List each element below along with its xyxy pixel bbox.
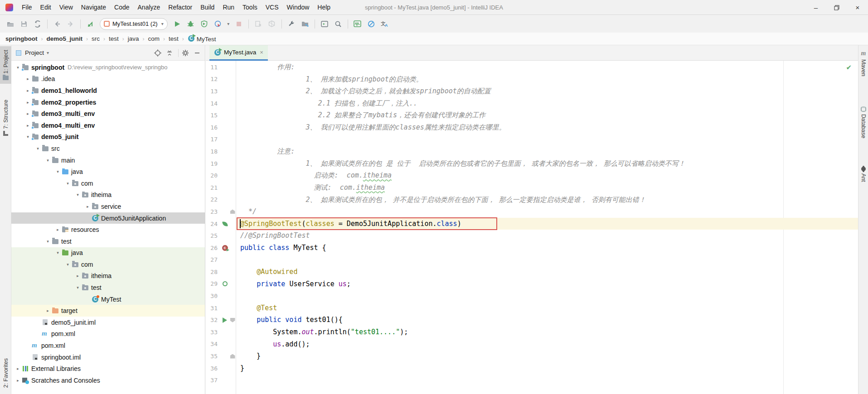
code-line-11[interactable]: 11 作用: <box>206 61 858 73</box>
menu-tools[interactable]: Tools <box>238 0 262 15</box>
profiler-icon[interactable] <box>212 18 224 30</box>
code-line-29[interactable]: 29 private UserService us; <box>206 278 858 290</box>
tree-item-demo5_junit.iml[interactable]: demo5_junit.iml <box>11 317 205 328</box>
search-everywhere-icon[interactable] <box>332 18 344 30</box>
code-line-27[interactable]: 27 <box>206 254 858 266</box>
code-line-15[interactable]: 15 2.2 如果整合了mybatis，还会有创建代理对象的工作 <box>206 109 858 121</box>
chevron-expanded-icon[interactable]: ▾ <box>44 239 52 244</box>
bean-gutter-icon[interactable] <box>220 281 229 286</box>
tree-item-service[interactable]: ▸service <box>11 201 205 212</box>
tree-item-springboot.iml[interactable]: springboot.iml <box>11 351 205 363</box>
menu-edit[interactable]: Edit <box>36 0 55 15</box>
menu-vcs[interactable]: VCS <box>262 0 283 15</box>
tab-mytest-java[interactable]: C MyTest.java × <box>209 45 268 61</box>
tree-item-demo5_junit[interactable]: ▾demo5_junit <box>11 131 205 143</box>
code-line-37[interactable]: 37 <box>206 374 858 386</box>
code-line-25[interactable]: 25//@SpringBootTest <box>206 230 858 242</box>
code-line-35[interactable]: 35 } <box>206 350 858 362</box>
tree-item-itheima[interactable]: ▾itheima <box>11 189 205 201</box>
chevron-expanded-icon[interactable]: ▾ <box>54 250 62 255</box>
chevron-collapsed-icon[interactable]: ▸ <box>24 100 32 105</box>
play-gutter-icon[interactable] <box>220 317 229 323</box>
code-line-18[interactable]: 18 注意: <box>206 145 858 158</box>
minimize-icon[interactable]: – <box>805 0 826 15</box>
tool-button-ant[interactable]: Ant <box>858 167 868 182</box>
code-line-28[interactable]: 28 @Autowired <box>206 266 858 278</box>
runclass-gutter-icon[interactable]: c <box>220 245 229 251</box>
code-line-19[interactable]: 19 1、 如果测试类所在的包 是 位于 启动类所在的包或者它的子包里面， 或者… <box>206 158 858 170</box>
chevron-down-icon[interactable]: ▾ <box>47 50 49 55</box>
stop-icon[interactable] <box>233 18 245 30</box>
tool-button-database[interactable]: Database <box>858 106 868 139</box>
chevron-collapsed-icon[interactable]: ▸ <box>54 227 62 232</box>
wrench-icon[interactable] <box>286 18 297 30</box>
code-editor[interactable]: 11 作用:12 1、 用来加载springboot的启动类。13 2、 加载这… <box>206 61 858 394</box>
translate-plugin-icon[interactable]: 文A <box>379 18 391 30</box>
code-line-12[interactable]: 12 1、 用来加载springboot的启动类。 <box>206 73 858 86</box>
chevron-expanded-icon[interactable]: ▾ <box>34 146 42 151</box>
tree-item-External Libraries[interactable]: ▸External Libraries <box>11 363 205 375</box>
chevron-expanded-icon[interactable]: ▾ <box>54 169 62 174</box>
menu-refactor[interactable]: Refactor <box>164 0 196 15</box>
code-line-17[interactable]: 17 <box>206 134 858 146</box>
reload-project-icon[interactable] <box>84 18 96 30</box>
breadcrumb-item-com[interactable]: com <box>147 35 161 42</box>
tool-button-structure[interactable]: 7: Structure <box>0 96 11 139</box>
coverage-icon[interactable] <box>199 18 210 30</box>
attach-debugger-icon[interactable] <box>252 18 264 30</box>
code-line-16[interactable]: 16 3、 我们可以使用注解里面的classes属性来指定启动类在哪里。 <box>206 121 858 134</box>
fold-marker-icon[interactable] <box>229 318 236 322</box>
menu-window[interactable]: Window <box>283 0 314 15</box>
code-line-24[interactable]: 24@SpringBootTest(classes = Demo5JunitAp… <box>206 218 858 230</box>
fold-marker-icon[interactable] <box>229 354 236 359</box>
code-line-14[interactable]: 14 2.1 扫描包，创建工厂，注入.. <box>206 97 858 110</box>
tree-item-demo3_multi_env[interactable]: ▸demo3_multi_env <box>11 108 205 120</box>
tree-item-target[interactable]: ▸target <box>11 305 205 317</box>
fold-marker-icon[interactable] <box>229 209 236 214</box>
tree-item-pom.xml[interactable]: mpom.xml <box>11 328 205 340</box>
tool-button-project[interactable]: 1: Project <box>0 46 11 84</box>
debug-icon[interactable] <box>185 18 197 30</box>
chevron-collapsed-icon[interactable]: ▸ <box>24 88 32 93</box>
save-all-icon[interactable] <box>18 18 30 30</box>
code-line-36[interactable]: 36} <box>206 362 858 375</box>
restore-icon[interactable] <box>826 0 847 15</box>
tree-item-test[interactable]: ▾test <box>11 235 205 247</box>
menu-code[interactable]: Code <box>110 0 133 15</box>
run-anything-icon[interactable] <box>319 18 330 30</box>
block-plugin-icon[interactable] <box>365 18 377 30</box>
wave-plugin-icon[interactable] <box>352 18 364 30</box>
chevron-expanded-icon[interactable]: ▾ <box>64 181 72 186</box>
code-line-22[interactable]: 22 2、 如果测试类所在的包， 并不是位于启动类所在包的下面， 那么一定要指定… <box>206 194 858 206</box>
menu-run[interactable]: Run <box>218 0 238 15</box>
tree-item-Scratches and Consoles[interactable]: ▸Scratches and Consoles <box>11 375 205 386</box>
chevron-collapsed-icon[interactable]: ▸ <box>84 204 92 209</box>
tree-item-pom.xml[interactable]: mpom.xml <box>11 340 205 351</box>
menu-help[interactable]: Help <box>313 0 335 15</box>
project-structure-icon[interactable] <box>299 18 311 30</box>
chevron-collapsed-icon[interactable]: ▸ <box>24 77 32 81</box>
tree-item-java[interactable]: ▾java <box>11 247 205 259</box>
menu-analyze[interactable]: Analyze <box>134 0 165 15</box>
forward-icon[interactable] <box>65 18 77 30</box>
code-line-20[interactable]: 20 启动类: com.itheima <box>206 169 858 182</box>
code-line-13[interactable]: 13 2、 加载这个启动类之后，就会触发springboot的自动配置 <box>206 85 858 97</box>
chevron-collapsed-icon[interactable]: ▸ <box>14 378 22 383</box>
attach-profiler-icon[interactable] <box>266 18 278 30</box>
locate-icon[interactable] <box>153 48 163 58</box>
tree-item-test[interactable]: ▾test <box>11 282 205 293</box>
tree-item-java[interactable]: ▾java <box>11 166 205 178</box>
tool-button-favorites[interactable]: 2: Favorites <box>0 355 11 391</box>
profiler-chevron-icon[interactable]: ▾ <box>226 18 231 30</box>
open-icon[interactable] <box>5 18 16 30</box>
tree-item-demo4_multi_env[interactable]: ▸demo4_multi_env <box>11 120 205 131</box>
menu-view[interactable]: View <box>55 0 77 15</box>
tree-item-main[interactable]: ▾main <box>11 154 205 166</box>
collapse-all-icon[interactable] <box>165 48 175 58</box>
tree-item-demo1_helloworld[interactable]: ▸demo1_helloworld <box>11 85 205 96</box>
code-line-26[interactable]: 26cpublic class MyTest { <box>206 242 858 254</box>
tree-item-.idea[interactable]: ▸.idea <box>11 73 205 85</box>
menu-build[interactable]: Build <box>196 0 218 15</box>
chevron-expanded-icon[interactable]: ▾ <box>14 65 22 70</box>
tree-item-MyTest[interactable]: CMyTest <box>11 293 205 305</box>
